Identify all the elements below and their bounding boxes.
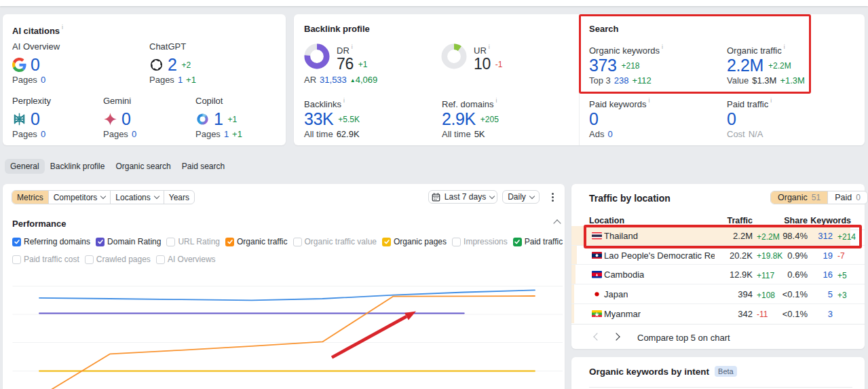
legend-crawled-pages[interactable]: Crawled pages (85, 255, 151, 264)
chevron-down-icon (529, 193, 535, 198)
checkbox-checked-icon[interactable] (513, 238, 522, 246)
sub-value-link[interactable]: 0 (607, 129, 612, 139)
previous-page-icon[interactable] (593, 333, 601, 340)
legend-organic-traffic[interactable]: Organic traffic (225, 237, 287, 246)
stat-value-row: 0 (103, 109, 136, 129)
traffic-value: 342 (738, 309, 753, 319)
stat-label: Paid keywordsi (589, 97, 649, 109)
checkbox-unchecked-icon[interactable] (166, 238, 175, 246)
stat-label: Copilot (195, 96, 223, 106)
info-icon[interactable]: i (770, 97, 772, 104)
keywords-change: +3 (837, 291, 847, 300)
google-icon (12, 58, 26, 72)
legend-organic-pages[interactable]: Organic pages (382, 237, 447, 246)
sub-value-link[interactable]: 0 (41, 129, 45, 139)
kebab-dot (552, 200, 554, 202)
ai-citations-card: AI citationsi AI Overview 0 Pages0 ChatG… (3, 14, 286, 145)
country-name[interactable]: Japan (604, 289, 628, 299)
column-location[interactable]: Location (589, 216, 624, 225)
backlinks-value[interactable]: 33K (304, 109, 333, 129)
column-share[interactable]: Share (784, 216, 808, 225)
info-icon[interactable]: i (496, 97, 497, 104)
stat-label: Perplexity (12, 96, 51, 106)
tab-general[interactable]: General (5, 159, 45, 174)
keywords-value[interactable]: 5 (828, 289, 833, 299)
legend-paid-traffic-cost[interactable]: Paid traffic cost (12, 255, 79, 264)
tab-backlink-profile[interactable]: Backlink profile (45, 159, 111, 174)
copilot-icon (195, 112, 210, 126)
more-options-button[interactable] (548, 190, 557, 204)
ur-gauge (441, 43, 467, 69)
info-icon[interactable]: i (489, 43, 490, 50)
legend-label: Paid traffic (525, 237, 563, 246)
keywords-value[interactable]: 3 (828, 309, 833, 319)
legend-url-rating[interactable]: URL Rating (166, 237, 220, 246)
change-value: +1 (186, 75, 196, 85)
ref-domains-value[interactable]: 2.9K (442, 109, 476, 129)
legend-label: Paid traffic cost (24, 255, 79, 264)
country-name[interactable]: Lao People's Democratic Republ (604, 251, 715, 261)
years-segment[interactable]: Years (164, 191, 194, 204)
country-name[interactable]: Cambodia (604, 270, 644, 280)
granularity-button[interactable]: Daily (502, 190, 540, 204)
info-icon[interactable]: i (62, 24, 63, 31)
checkbox-unchecked-icon[interactable] (293, 238, 302, 246)
keywords-value[interactable]: 16 (823, 270, 833, 280)
legend-paid-traffic[interactable]: Paid traffic (513, 237, 563, 246)
info-icon[interactable]: i (649, 97, 650, 104)
performance-chart (3, 269, 565, 389)
checkbox-unchecked-icon[interactable] (85, 255, 94, 264)
paid-traffic-value: 0 (727, 109, 736, 129)
flag-japan-icon (592, 291, 602, 298)
checkbox-checked-icon[interactable] (96, 238, 105, 246)
legend-impressions[interactable]: Impressions (452, 237, 508, 246)
sub-value-link[interactable]: 1 (224, 129, 229, 139)
next-page-icon[interactable] (612, 333, 620, 340)
column-keywords[interactable]: Keywords (810, 216, 851, 225)
share-bar (571, 284, 574, 304)
sub-value-link[interactable]: 0 (132, 129, 136, 139)
tab-paid-search[interactable]: Paid search (176, 159, 230, 174)
locations-segment[interactable]: Locations (110, 191, 163, 204)
sub-value-link[interactable]: 1 (178, 75, 183, 85)
info-icon[interactable]: i (343, 97, 345, 104)
checkbox-unchecked-icon[interactable] (452, 238, 461, 246)
toggle-count: 0 (856, 193, 861, 202)
legend-domain-rating[interactable]: Domain Rating (96, 237, 161, 246)
checkbox-unchecked-icon[interactable] (156, 255, 165, 264)
checkbox-unchecked-icon[interactable] (12, 255, 21, 264)
paid-toggle[interactable]: Paid0 (827, 191, 867, 204)
legend-organic-traffic-value[interactable]: Organic traffic value (293, 237, 377, 246)
metrics-segment[interactable]: Metrics (12, 191, 48, 204)
compare-top5-link[interactable]: Compare top 5 on chart (637, 333, 730, 343)
legend-ai-overviews[interactable]: AI Overviews (156, 255, 216, 264)
column-traffic[interactable]: Traffic (727, 216, 753, 225)
table-row-cambodia[interactable]: Cambodia 12.9K +117 0.6% 16 +5 (571, 265, 865, 284)
copilot-value: 1 (214, 109, 223, 129)
stat-perplexity: Perplexity 0 Pages0 (12, 96, 51, 106)
keywords-value[interactable]: 19 (823, 251, 833, 261)
stat-value-row: 2.9K +205 (442, 109, 499, 129)
stat-value-row: 76 +1 (337, 55, 367, 73)
checkbox-checked-icon[interactable] (12, 238, 21, 246)
legend-referring-domains[interactable]: Referring domains (12, 237, 90, 246)
sub-value-link[interactable]: 0 (41, 75, 45, 85)
table-row-myanmar[interactable]: Myanmar 342 -11 <0.1% 3 (571, 304, 865, 324)
organic-paid-toggle: Organic51 Paid0 (770, 191, 868, 204)
tab-organic-search[interactable]: Organic search (110, 159, 176, 174)
stat-paid-traffic: Paid traffici 0 CostN/A (727, 97, 772, 109)
legend-label: Organic traffic value (305, 237, 377, 246)
collapse-section-icon[interactable] (553, 219, 561, 227)
table-row-japan[interactable]: Japan 394 +108 <0.1% 5 +3 (571, 284, 865, 304)
organic-toggle[interactable]: Organic51 (771, 191, 827, 204)
info-icon[interactable]: i (352, 43, 353, 50)
ar-value[interactable]: 31,533 (320, 75, 347, 85)
checkbox-checked-icon[interactable] (225, 238, 234, 246)
stat-dr: DRi 76 +1 (337, 43, 353, 56)
date-range-button[interactable]: Last 7 days (428, 190, 497, 204)
competitors-segment[interactable]: Competitors (48, 191, 111, 204)
checkbox-checked-icon[interactable] (382, 238, 391, 246)
stat-label: DRi (337, 43, 353, 56)
country-name[interactable]: Myanmar (604, 309, 641, 319)
triangle-up-icon: ▲ (350, 77, 356, 84)
